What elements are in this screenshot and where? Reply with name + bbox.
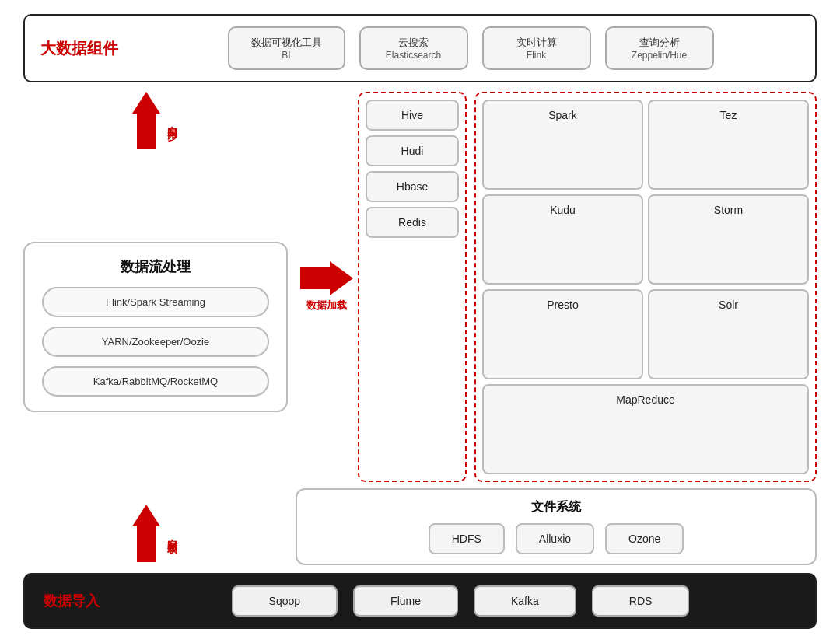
storage-tez: Tez [648,100,809,190]
top-box-zeppelin-sub: Zeppelin/Hue [628,50,691,61]
filesys-hdfs: HDFS [429,523,505,554]
arrow-up-2-label: 实时加载 [165,530,179,536]
filesys-box: 文件系统 HDFS Alluxio Ozone [296,488,817,565]
top-box-flink: 实时计算 Flink [482,26,591,70]
top-box-flink-main: 实时计算 [506,36,568,50]
bottom-boxes: Sqoop Flume Kafka RDS [124,585,796,617]
top-title: 大数据组件 [40,38,118,59]
arrow-right [300,261,353,295]
arrow-up-2: 实时加载 [132,505,179,562]
flow-item-1: YARN/Zookeeper/Oozie [42,327,269,357]
data-flow-title: 数据流处理 [42,257,269,276]
bottom-box-rds: RDS [592,585,690,617]
top-box-es: 云搜索 Elasticsearch [359,26,468,70]
top-boxes: 数据可视化工具 BI 云搜索 Elasticsearch 实时计算 Flink … [142,26,800,70]
filesys-alluxio: Alluxio [516,523,594,554]
left-panel: 实时同步 数据流处理 Flink/Spark Streaming YARN/Zo… [23,92,288,565]
arrow-up-1-label: 实时同步 [165,117,179,124]
storage-storm: Storm [648,194,809,285]
top-box-zeppelin-main: 查询分析 [628,36,691,50]
storage-left-box: Hive Hudi Hbase Redis [358,92,467,482]
right-panel: 数据加载 Hive Hudi Hbase Redis Spark Tez Kud… [288,92,817,565]
storage-presto: Presto [482,289,643,379]
filesys-ozone: Ozone [605,523,684,554]
filesys-items: HDFS Alluxio Ozone [310,523,803,554]
storage-spark: Spark [482,100,643,190]
bottom-title: 数据导入 [44,592,100,610]
flow-item-2: Kafka/RabbitMQ/RocketMQ [42,366,269,397]
arrow-right-container: 数据加载 [296,92,358,482]
top-box-flink-sub: Flink [506,50,568,61]
middle-section: 实时同步 数据流处理 Flink/Spark Streaming YARN/Zo… [23,92,817,565]
top-box-es-sub: Elasticsearch [383,50,445,61]
top-box-es-main: 云搜索 [383,36,445,50]
flow-item-0: Flink/Spark Streaming [42,287,269,317]
filesys-title: 文件系统 [310,499,803,515]
storage-redis: Redis [366,207,459,238]
top-box-bi-sub: BI [251,50,322,61]
bottom-box-kafka: Kafka [474,585,576,617]
bottom-box-flume: Flume [353,585,458,617]
data-flow-box: 数据流处理 Flink/Spark Streaming YARN/Zookeep… [23,242,288,412]
arrow-right-label: 数据加载 [306,299,347,313]
storage-kudu: Kudu [482,194,643,285]
top-box-bi: 数据可视化工具 BI [228,26,345,70]
bottom-box-sqoop: Sqoop [232,585,338,617]
bottom-section: 数据导入 Sqoop Flume Kafka RDS [23,573,817,629]
top-section: 大数据组件 数据可视化工具 BI 云搜索 Elasticsearch 实时计算 … [23,14,817,82]
storage-hbase: Hbase [366,171,459,202]
dashed-outer: 数据加载 Hive Hudi Hbase Redis Spark Tez Kud… [296,92,817,482]
storage-solr: Solr [648,289,809,379]
top-box-bi-main: 数据可视化工具 [251,36,322,50]
storage-hive: Hive [366,100,459,131]
top-box-zeppelin: 查询分析 Zeppelin/Hue [605,26,714,70]
dashed-boxes: Hive Hudi Hbase Redis Spark Tez Kudu Sto… [358,92,817,482]
arrow-up-1: 实时同步 [132,92,179,149]
storage-right-box: Spark Tez Kudu Storm Presto Solr MapRedu… [474,92,817,482]
storage-hudi: Hudi [366,135,459,166]
storage-mapreduce: MapReduce [482,384,809,474]
